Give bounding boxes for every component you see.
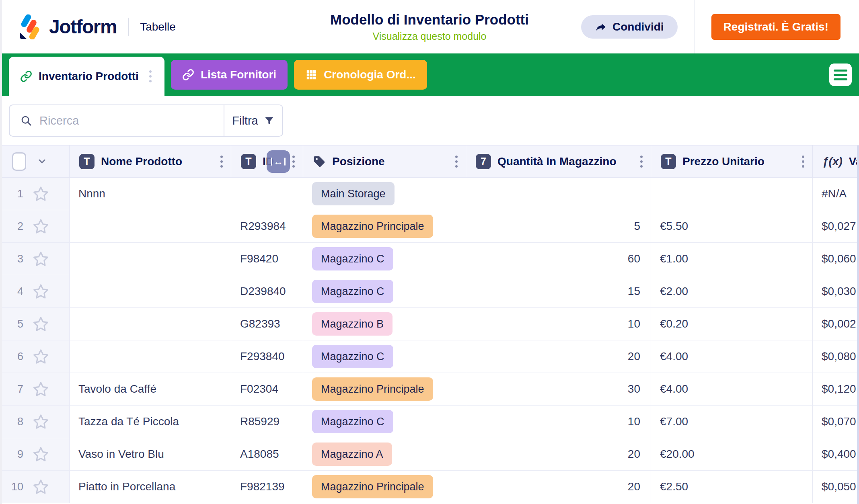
favorite-star-icon[interactable] bbox=[32, 348, 49, 365]
cell-value[interactable]: $0,050. bbox=[813, 471, 859, 503]
cell-id[interactable]: F982139 bbox=[231, 471, 303, 503]
cell-unit-price[interactable]: €4.00 bbox=[651, 373, 813, 405]
favorite-star-icon[interactable] bbox=[32, 381, 49, 398]
cell-value[interactable]: #N/A bbox=[813, 178, 859, 210]
row-header-cell[interactable]: 9 bbox=[0, 438, 70, 470]
scrollbar-track[interactable] bbox=[857, 145, 859, 504]
cell-id[interactable]: F02304 bbox=[231, 373, 303, 405]
cell-name[interactable]: Vaso in Vetro Blu bbox=[70, 438, 231, 470]
cell-name[interactable] bbox=[70, 340, 231, 373]
row-header-cell[interactable]: 10 bbox=[0, 471, 70, 503]
cell-value[interactable]: $0,027. bbox=[813, 210, 859, 242]
cell-id[interactable]: F293840 bbox=[231, 340, 303, 373]
favorite-star-icon[interactable] bbox=[32, 316, 49, 333]
favorite-star-icon[interactable] bbox=[32, 413, 49, 430]
cell-quantity[interactable]: 30 bbox=[466, 373, 651, 405]
row-header-cell[interactable]: 6 bbox=[0, 340, 70, 373]
column-menu-kebab-icon[interactable] bbox=[454, 154, 459, 169]
cell-id[interactable]: R293984 bbox=[231, 210, 303, 242]
cell-name[interactable]: Nnnn bbox=[70, 178, 231, 210]
cell-quantity[interactable]: 20 bbox=[466, 471, 651, 503]
cell-id[interactable]: D239840 bbox=[231, 275, 303, 307]
row-header-cell[interactable]: 8 bbox=[0, 406, 70, 438]
cell-location[interactable]: Magazzino A bbox=[303, 438, 466, 470]
cell-unit-price[interactable]: €0.20 bbox=[651, 308, 813, 340]
cell-id[interactable]: G82393 bbox=[231, 308, 303, 340]
cell-name[interactable] bbox=[70, 210, 231, 242]
signup-button[interactable]: Registrati. È Gratis! bbox=[711, 14, 841, 40]
select-all-checkbox[interactable] bbox=[12, 152, 26, 171]
cell-unit-price[interactable]: €5.50 bbox=[651, 210, 813, 242]
cell-name[interactable]: Tazza da Té Piccola bbox=[70, 406, 231, 438]
view-form-link[interactable]: Visualizza questo modulo bbox=[372, 31, 486, 42]
cell-name[interactable] bbox=[70, 275, 231, 307]
cell-name[interactable]: Piatto in Porcellana bbox=[70, 471, 231, 503]
column-header-val[interactable]: ƒ(x)Val bbox=[813, 145, 859, 177]
cell-quantity[interactable]: 20 bbox=[466, 438, 651, 470]
cell-unit-price[interactable]: €20.00 bbox=[651, 438, 813, 470]
row-header-cell[interactable]: 2 bbox=[0, 210, 70, 242]
cell-location[interactable]: Magazzino C bbox=[303, 340, 466, 373]
tab-lista-fornitori[interactable]: Lista Fornitori bbox=[171, 60, 288, 90]
cell-unit-price[interactable]: €2.00 bbox=[651, 275, 813, 307]
column-header-nome-prodotto[interactable]: TNome Prodotto bbox=[70, 145, 231, 177]
favorite-star-icon[interactable] bbox=[32, 283, 49, 300]
row-header-cell[interactable]: 5 bbox=[0, 308, 70, 340]
row-header-cell[interactable]: 3 bbox=[0, 243, 70, 275]
cell-location[interactable]: Magazzino Principale bbox=[303, 471, 466, 503]
column-menu-kebab-icon[interactable] bbox=[291, 154, 296, 169]
logo-group[interactable]: Jotform Tabelle bbox=[18, 14, 176, 39]
cell-value[interactable]: $0,002. bbox=[813, 308, 859, 340]
cell-value[interactable]: $0,030. bbox=[813, 275, 859, 307]
cell-quantity[interactable]: 60 bbox=[466, 243, 651, 275]
cell-value[interactable]: $0,080. bbox=[813, 340, 859, 373]
share-button[interactable]: Condividi bbox=[581, 15, 678, 39]
cell-quantity[interactable]: 5 bbox=[466, 210, 651, 242]
cell-id[interactable] bbox=[231, 178, 303, 210]
cell-location[interactable]: Magazzino C bbox=[303, 243, 466, 275]
cell-quantity[interactable]: 10 bbox=[466, 406, 651, 438]
favorite-star-icon[interactable] bbox=[32, 446, 49, 463]
cell-name[interactable] bbox=[70, 243, 231, 275]
filter-button[interactable]: Filtra bbox=[224, 105, 282, 136]
cell-value[interactable]: $0,400 bbox=[813, 438, 859, 470]
column-header-prezzo-unitario[interactable]: TPrezzo Unitario bbox=[651, 145, 813, 177]
cell-unit-price[interactable]: €2.50 bbox=[651, 471, 813, 503]
row-header-cell[interactable]: 7 bbox=[0, 373, 70, 405]
favorite-star-icon[interactable] bbox=[32, 218, 49, 235]
cell-unit-price[interactable]: €4.00 bbox=[651, 340, 813, 373]
menu-button[interactable] bbox=[829, 64, 852, 86]
cell-unit-price[interactable]: €1.00 bbox=[651, 243, 813, 275]
cell-name[interactable] bbox=[70, 308, 231, 340]
cell-id[interactable]: R85929 bbox=[231, 406, 303, 438]
cell-location[interactable]: Main Storage bbox=[303, 178, 466, 210]
column-header-quantit-in-magazzino[interactable]: 7Quantità In Magazzino bbox=[466, 145, 651, 177]
cell-name[interactable]: Tavolo da Caffé bbox=[70, 373, 231, 405]
row-header-cell[interactable]: 1 bbox=[0, 178, 70, 210]
column-menu-kebab-icon[interactable] bbox=[219, 154, 224, 169]
cell-value[interactable]: $0,070. bbox=[813, 406, 859, 438]
column-menu-kebab-icon[interactable] bbox=[148, 69, 153, 84]
tab-cronologia-ord[interactable]: Cronologia Ord... bbox=[294, 60, 427, 90]
cell-quantity[interactable]: 10 bbox=[466, 308, 651, 340]
column-resize-handle-icon[interactable]: ↔ bbox=[267, 150, 290, 173]
column-header-id[interactable]: TID↔ bbox=[231, 145, 303, 177]
favorite-star-icon[interactable] bbox=[32, 185, 49, 203]
cell-quantity[interactable]: 20 bbox=[466, 340, 651, 373]
column-header-posizione[interactable]: Posizione bbox=[303, 145, 466, 177]
cell-unit-price[interactable] bbox=[651, 178, 813, 210]
favorite-star-icon[interactable] bbox=[32, 250, 49, 268]
search-input[interactable] bbox=[39, 114, 224, 127]
cell-location[interactable]: Magazzino C bbox=[303, 275, 466, 307]
cell-value[interactable]: $0,060. bbox=[813, 243, 859, 275]
column-menu-kebab-icon[interactable] bbox=[639, 154, 644, 169]
cell-quantity[interactable] bbox=[466, 178, 651, 210]
cell-id[interactable]: F98420 bbox=[231, 243, 303, 275]
cell-location[interactable]: Magazzino B bbox=[303, 308, 466, 340]
cell-location[interactable]: Magazzino C bbox=[303, 406, 466, 438]
cell-quantity[interactable]: 15 bbox=[466, 275, 651, 307]
cell-location[interactable]: Magazzino Principale bbox=[303, 210, 466, 242]
cell-id[interactable]: A18085 bbox=[231, 438, 303, 470]
tab-inventario-prodotti[interactable]: Inventario Prodotti bbox=[9, 57, 164, 96]
favorite-star-icon[interactable] bbox=[32, 478, 49, 496]
